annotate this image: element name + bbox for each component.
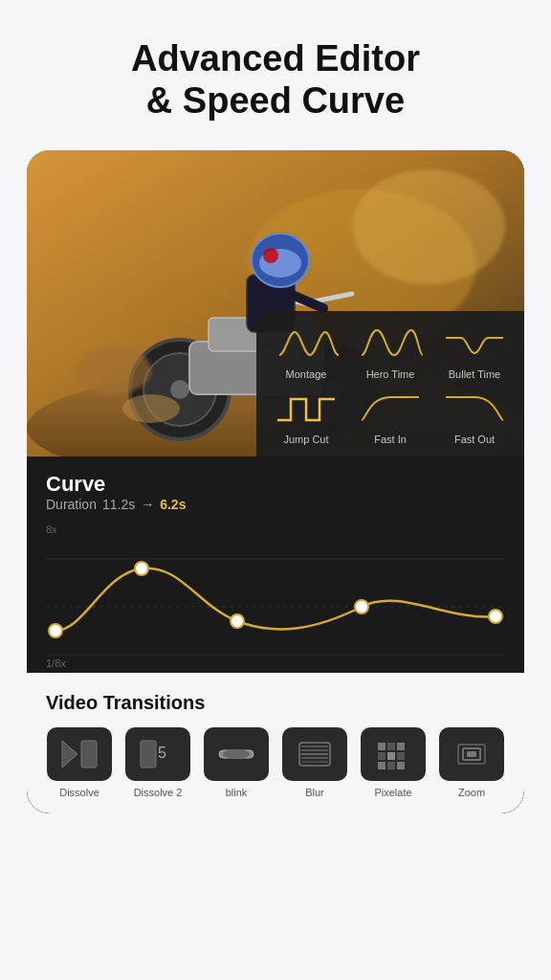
svg-point-21 <box>122 394 180 423</box>
svg-point-27 <box>231 614 244 628</box>
svg-rect-49 <box>387 762 395 769</box>
page-title: Advanced Editor & Speed Curve <box>131 38 420 122</box>
dissolve-icon <box>47 727 112 781</box>
svg-point-28 <box>355 600 368 613</box>
svg-point-2 <box>352 169 505 284</box>
dissolve-label: Dissolve <box>59 787 99 798</box>
video-thumbnail: Montage Hero Time Bullet Time <box>27 150 524 457</box>
svg-rect-45 <box>378 752 386 760</box>
curve-duration: Duration 11.2s → 6.2s <box>46 497 505 512</box>
dissolve2-label: Dissolve 2 <box>134 787 183 798</box>
svg-point-25 <box>49 624 62 637</box>
svg-point-18 <box>263 248 278 263</box>
svg-rect-53 <box>467 751 476 757</box>
svg-rect-44 <box>397 743 405 750</box>
svg-rect-48 <box>378 762 386 769</box>
transitions-title: Video Transitions <box>46 692 505 714</box>
svg-point-26 <box>135 562 148 575</box>
presets-overlay: Montage Hero Time Bullet Time <box>256 311 524 457</box>
zoom-label: Zoom <box>458 787 485 798</box>
svg-rect-31 <box>81 741 97 768</box>
page-container: Advanced Editor & Speed Curve <box>0 0 551 980</box>
svg-marker-30 <box>62 741 77 768</box>
zoom-icon <box>439 727 504 781</box>
svg-rect-32 <box>141 741 156 768</box>
svg-point-35 <box>223 749 250 759</box>
dissolve2-icon: 5 <box>125 727 190 781</box>
transition-dissolve2[interactable]: 5 Dissolve 2 <box>124 727 191 798</box>
svg-point-20 <box>75 346 151 394</box>
main-card: Montage Hero Time Bullet Time <box>27 150 524 813</box>
transition-blink[interactable]: blink <box>203 727 270 798</box>
curve-graph[interactable]: 8x 1/8x <box>46 520 505 673</box>
preset-fast-in[interactable]: Fast In <box>352 388 429 445</box>
transition-pixelate[interactable]: Pixelate <box>360 727 427 798</box>
transitions-row: Dissolve 5 Dissolve 2 <box>46 727 505 798</box>
svg-text:5: 5 <box>158 745 166 761</box>
blink-label: blink <box>226 787 248 798</box>
preset-montage[interactable]: Montage <box>268 323 344 380</box>
blur-icon <box>282 727 347 781</box>
curve-section: Curve Duration 11.2s → 6.2s 8x 1/8x <box>27 457 524 673</box>
transition-dissolve[interactable]: Dissolve <box>46 727 113 798</box>
svg-rect-42 <box>378 743 386 750</box>
svg-rect-46 <box>387 752 395 760</box>
pixelate-icon <box>361 727 426 781</box>
preset-fast-out[interactable]: Fast Out <box>436 388 513 445</box>
transition-zoom[interactable]: Zoom <box>438 727 505 798</box>
svg-rect-50 <box>397 762 405 769</box>
graph-label-max: 8x <box>46 523 57 535</box>
arrow-icon: → <box>141 497 154 512</box>
curve-header: Curve Duration 11.2s → 6.2s <box>46 472 505 512</box>
blink-icon <box>204 727 269 781</box>
svg-point-29 <box>489 610 502 623</box>
transitions-section: Video Transitions Dissolve <box>27 673 524 813</box>
blur-label: Blur <box>305 787 324 798</box>
graph-label-min: 1/8x <box>46 657 66 669</box>
pixelate-label: Pixelate <box>374 787 411 798</box>
preset-bullet-time[interactable]: Bullet Time <box>436 323 513 380</box>
preset-jump-cut[interactable]: Jump Cut <box>268 388 344 445</box>
svg-rect-47 <box>397 752 405 760</box>
transition-blur[interactable]: Blur <box>281 727 348 798</box>
svg-point-7 <box>170 380 189 399</box>
preset-hero-time[interactable]: Hero Time <box>352 323 429 380</box>
svg-rect-43 <box>387 743 395 750</box>
curve-title: Curve <box>46 472 505 497</box>
